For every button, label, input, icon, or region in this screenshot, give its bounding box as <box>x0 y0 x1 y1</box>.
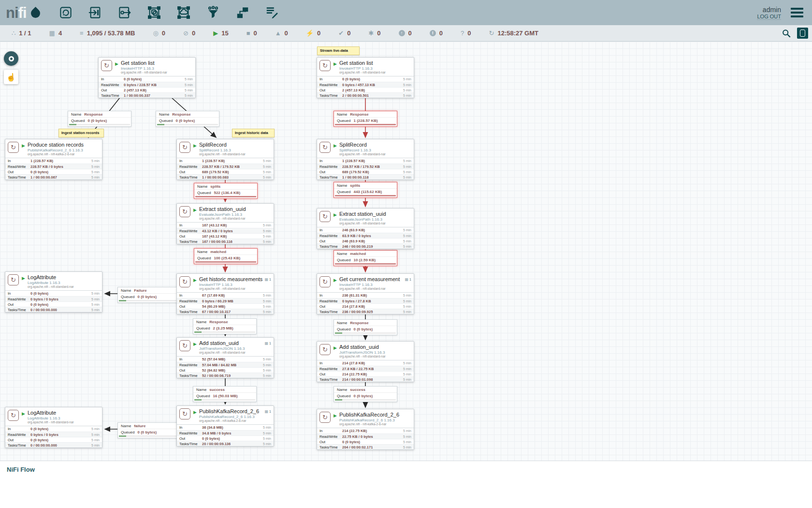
panel-toggle-button[interactable] <box>797 28 808 39</box>
stat-window: 5 min <box>263 432 271 435</box>
stat-value: 236 / 00:00:09.925 <box>342 310 403 314</box>
template-icon <box>235 5 250 20</box>
remote-process-group-component-button[interactable] <box>175 4 192 21</box>
processor-node[interactable]: ↻▶PublishKafkaRecord_2_6PublishKafkaReco… <box>317 409 414 450</box>
canvas-label[interactable]: Ingest station records <box>58 129 104 137</box>
processor-node[interactable]: ↻▶LogAttributeLogAttribute 1.16.3org.apa… <box>5 407 102 448</box>
template-component-button[interactable] <box>234 4 251 21</box>
refresh-icon[interactable]: ↻ <box>489 30 494 36</box>
processor-node[interactable]: ↻▶Extract station_uuidEvaluateJsonPath 1… <box>317 208 414 249</box>
processor-node[interactable]: ↻▶SplitRecordSplitRecord 1.16.3org.apach… <box>317 139 414 180</box>
connection-queued-key: Queued <box>337 327 350 331</box>
process-group-component-button[interactable] <box>146 4 162 21</box>
stat-window: 5 min <box>403 159 411 163</box>
connection-label[interactable]: NameResponseQueued0 (0 bytes) <box>156 111 219 127</box>
flow-canvas[interactable]: ☝ Stream live-dataIngest station records… <box>0 42 812 461</box>
processor-component-button[interactable] <box>58 4 74 21</box>
connection-label[interactable]: NamesuccessQueued0 (0 bytes) <box>334 386 397 402</box>
connection-name-value: Response <box>350 321 368 325</box>
stat-label: Out <box>179 304 202 309</box>
connection-label[interactable]: NameResponseQueued1 (228.57 KB) <box>334 111 397 127</box>
processor-name: Produce station records <box>28 142 84 148</box>
processor-node[interactable]: ↻▶Get station listInvokeHTTP 1.16.3org.a… <box>317 57 414 98</box>
processor-node[interactable]: ↻▶LogAttributeLogAttribute 1.16.3org.apa… <box>5 271 102 313</box>
run-status-icon: ▶ <box>115 61 118 66</box>
connection-label[interactable]: NameResponseQueued0 (0 bytes) <box>68 111 131 127</box>
processor-node[interactable]: ↻▶Get station listInvokeHTTP 1.16.3org.a… <box>98 57 196 98</box>
canvas-label[interactable]: Ingest historic data <box>232 129 275 137</box>
processor-node[interactable]: ↻▶Get historic measurementsInvokeHTTP 1.… <box>176 273 274 314</box>
processor-header: ↻▶Get historic measurementsInvokeHTTP 1.… <box>177 274 274 292</box>
connection-label[interactable]: NamematchedQueued10 (2.59 KB) <box>334 250 397 266</box>
label-component-button[interactable] <box>264 4 280 21</box>
connection-name-key: Name <box>121 288 131 293</box>
connection-name-value: matched <box>210 250 226 254</box>
input-port-component-button[interactable] <box>87 4 103 21</box>
processor-titles: SplitRecordSplitRecord 1.16.3org.apache.… <box>339 142 386 156</box>
connection-queued-value: 0 (0 bytes) <box>87 119 107 123</box>
stat-label: Read/Write <box>319 367 342 371</box>
processor-stamp-icon: ↻ <box>179 340 190 351</box>
stat-window: 5 min <box>263 159 271 163</box>
connection-label[interactable]: NameFailureQueued0 (0 bytes) <box>117 287 181 303</box>
connection-label[interactable]: NamesplitsQueued522 (136.4 KB) <box>194 183 258 199</box>
processor-stat-row: In214 (27.8 KB)5 min <box>317 360 414 366</box>
processor-node[interactable]: ↻▶Add station_uuidJoltTransformJSON 1.16… <box>176 337 274 378</box>
processor-bundle: org.apache.nifi - nifi-standard-nar <box>339 71 386 74</box>
processor-node[interactable]: ↻▶Add station_uuidJoltTransformJSON 1.16… <box>317 341 414 382</box>
processor-name: Add station_uuid <box>199 340 246 346</box>
navigate-palette-button[interactable] <box>4 51 18 66</box>
processor-node[interactable]: ↻▶PublishKafkaRecord_2_6PublishKafkaReco… <box>176 405 274 447</box>
breadcrumb-nifi-flow[interactable]: NiFi Flow <box>7 466 35 473</box>
connection-name-key: Name <box>159 112 169 117</box>
stat-value: 246 (63.9 KB) <box>342 239 403 243</box>
stat-value: 689 (179.52 KB) <box>202 170 263 174</box>
connection-name-key: Name <box>121 424 131 428</box>
connection-label[interactable]: NamefailureQueued0 (0 bytes) <box>117 422 181 438</box>
connection-label[interactable]: NamesuccessQueued16 (50.03 MB) <box>193 386 257 402</box>
stat-value: 63.9 KB / 0 bytes <box>342 234 403 238</box>
connection-queued-row: Queued10 (2.59 KB) <box>334 256 397 263</box>
processor-stat-row: Read/Write0 bytes / 457.13 KB5 min <box>317 82 414 87</box>
funnel-component-button[interactable] <box>205 4 221 21</box>
processor-stat-row: Read/Write63.9 KB / 0 bytes5 min <box>317 233 414 238</box>
connection-name-value: success <box>209 388 225 392</box>
connection-name-row: NameResponse <box>334 111 397 117</box>
canvas-label[interactable]: Stream live-data <box>317 46 360 55</box>
connection-queued-row: Queued16 (50.03 MB) <box>193 392 256 399</box>
processor-node[interactable]: ↻▶Produce station recordsPublishKafkaRec… <box>5 139 102 180</box>
search-button[interactable] <box>782 29 791 38</box>
processor-stat-row: Tasks/Time20 / 00:00:09.1365 min <box>177 441 274 446</box>
processor-node[interactable]: ↻▶Extract station_uuidEvaluateJsonPath 1… <box>176 203 274 244</box>
processor-node[interactable]: ↻▶SplitRecordSplitRecord 1.16.3org.apach… <box>176 139 274 180</box>
operate-palette-button[interactable]: ☝ <box>4 70 18 84</box>
processor-stat-row: Read/Write228.57 KB / 179.52 KB5 min <box>177 164 274 169</box>
connection-label[interactable]: NamematchedQueued100 (25.43 KB) <box>194 248 258 264</box>
processor-header: ↻▶SplitRecordSplitRecord 1.16.3org.apach… <box>317 139 414 158</box>
connection-queued-key: Queued <box>197 191 211 195</box>
processor-node[interactable]: ↻▶Get current measurementInvokeHTTP 1.16… <box>317 273 414 314</box>
global-menu-button[interactable] <box>789 6 805 19</box>
logout-link[interactable]: LOG OUT <box>757 14 781 20</box>
output-port-component-button[interactable] <box>116 4 133 21</box>
connection-label[interactable]: NamesplitsQueued443 (115.62 KB) <box>334 182 397 198</box>
stat-window: 5 min <box>403 83 411 87</box>
connection-label[interactable]: NameResponseQueued0 (0 bytes) <box>334 319 397 335</box>
processor-bundle: org.apache.nifi - nifi-standard-nar <box>121 71 167 74</box>
processor-titles: LogAttributeLogAttribute 1.16.3org.apach… <box>28 274 74 288</box>
stat-window: 5 min <box>263 165 271 168</box>
connection-name-key: Name <box>337 112 347 117</box>
stat-label: In <box>101 77 124 81</box>
backpressure-bar <box>335 195 396 196</box>
transmitting-icon: ◎ <box>153 30 158 36</box>
processor-type: EvaluateJsonPath 1.16.3 <box>199 212 246 217</box>
processor-stats: In0 (0 bytes)5 minRead/Write0 bytes / 22… <box>99 76 195 98</box>
stat-value: 236 (61.31 KB) <box>342 293 403 298</box>
connection-label[interactable]: NameResponseQueued2 (3.25 MB) <box>193 318 257 334</box>
connection-name-row: NameResponse <box>193 319 256 325</box>
stat-value: 0 (0 bytes) <box>30 438 91 442</box>
stat-window: 5 min <box>185 94 193 97</box>
connection-queued-key: Queued <box>121 430 134 434</box>
stat-window: 5 min <box>403 305 411 308</box>
stat-window: 5 min <box>403 429 411 433</box>
